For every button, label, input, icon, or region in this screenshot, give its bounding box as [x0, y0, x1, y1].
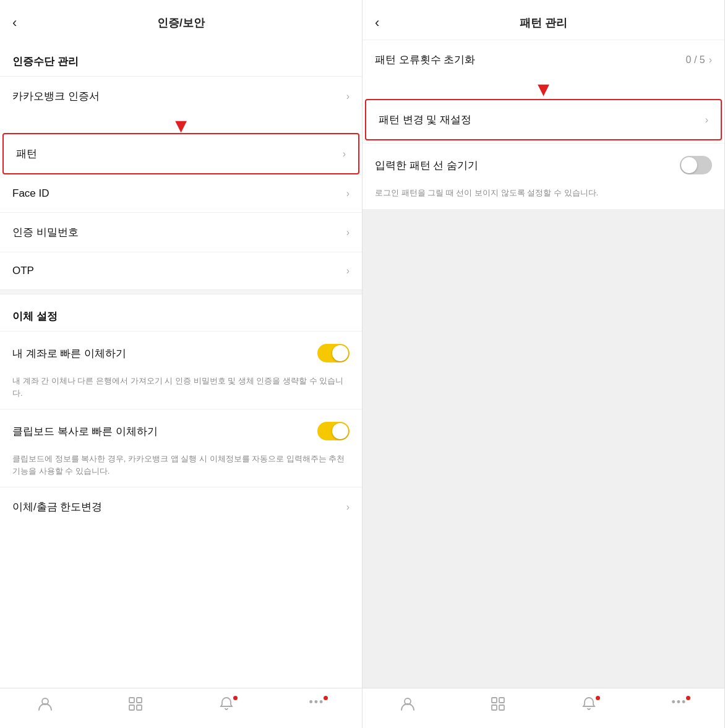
faceid-label: Face ID [12, 187, 49, 200]
reset-errors-value: 0 / 5 [686, 54, 705, 66]
svg-rect-2 [137, 698, 142, 703]
right-panel: ‹ 패턴 관리 패턴 오류횟수 초기화 0 / 5 › ▼ 패턴 변경 및 재설… [362, 0, 725, 728]
svg-rect-1 [129, 698, 134, 703]
right-nav-home[interactable] [453, 696, 543, 716]
auth-section-heading: 인증수단 관리 [0, 40, 362, 76]
reset-errors-chevron-icon: › [709, 54, 712, 66]
right-item-reset-errors[interactable]: 패턴 오류횟수 초기화 0 / 5 › [362, 40, 724, 79]
list-item-otp[interactable]: OTP › [0, 252, 362, 289]
list-item-faceid[interactable]: Face ID › [0, 174, 362, 212]
right-more-notification-dot [686, 696, 690, 700]
clipboard-transfer-row[interactable]: 클립보드 복사로 빠른 이체하기 [0, 409, 362, 453]
clipboard-transfer-description: 클립보드에 정보를 복사한 경우, 카카오뱅크 앱 실행 시 이체정보를 자동으… [0, 453, 362, 487]
fast-transfer-description: 내 계좌 간 이체나 다른 은행에서 가져오기 시 인증 비밀번호 및 생체 인… [0, 375, 362, 409]
left-title: 인증/보안 [157, 15, 205, 30]
pin-chevron-icon: › [346, 227, 350, 238]
nav-home[interactable] [90, 696, 181, 716]
gray-area [362, 209, 724, 688]
nav-bell[interactable] [181, 696, 272, 716]
reset-errors-label: 패턴 오류횟수 초기화 [375, 53, 475, 67]
hide-lines-toggle[interactable] [680, 156, 712, 174]
cert-label: 카카오뱅크 인증서 [12, 89, 100, 103]
cert-chevron-icon: › [346, 91, 350, 102]
change-pattern-chevron-icon: › [705, 114, 708, 126]
hide-lines-row[interactable]: 입력한 패턴 선 숨기기 [362, 143, 724, 187]
change-pattern-label: 패턴 변경 및 재설정 [379, 113, 471, 127]
bell-icon [218, 696, 234, 716]
svg-rect-8 [492, 705, 497, 710]
svg-rect-3 [129, 705, 134, 710]
right-title: 패턴 관리 [520, 15, 567, 30]
left-panel: ‹ 인증/보안 인증수단 관리 카카오뱅크 인증서 › ▼ 패턴 › Face … [0, 0, 362, 728]
right-arrow-icon: ▼ [534, 79, 554, 99]
hide-lines-description: 로그인 패턴을 그릴 때 선이 보이지 않도록 설정할 수 있습니다. [362, 187, 724, 209]
left-header: ‹ 인증/보안 [0, 0, 362, 40]
svg-rect-4 [137, 705, 142, 710]
svg-rect-9 [499, 705, 504, 710]
more-notification-dot [324, 696, 328, 700]
svg-rect-7 [499, 698, 504, 703]
hide-lines-thumb [681, 157, 697, 173]
section-divider [0, 289, 362, 294]
nav-profile[interactable] [0, 696, 90, 716]
list-item-pin[interactable]: 인증 비밀번호 › [0, 212, 362, 252]
right-item-change-pattern[interactable]: 패턴 변경 및 재설정 › [365, 99, 722, 140]
faceid-chevron-icon: › [346, 188, 350, 199]
right-bell-notification-dot [596, 696, 600, 700]
clipboard-transfer-label: 클립보드 복사로 빠른 이체하기 [12, 424, 158, 439]
right-bell-icon [581, 696, 597, 716]
right-header: ‹ 패턴 관리 [362, 0, 724, 40]
clipboard-transfer-thumb [332, 423, 348, 439]
left-arrow-icon: ▼ [171, 116, 191, 135]
right-back-button[interactable]: ‹ [375, 12, 384, 33]
list-item-pattern[interactable]: 패턴 › [2, 133, 359, 174]
reset-errors-right: 0 / 5 › [686, 54, 712, 66]
right-nav-more[interactable]: ••• [634, 696, 724, 716]
fast-transfer-row[interactable]: 내 계좌로 빠른 이체하기 [0, 331, 362, 375]
fast-transfer-label: 내 계좌로 빠른 이체하기 [12, 346, 126, 361]
fast-transfer-toggle[interactable] [317, 344, 350, 362]
home-icon [127, 696, 144, 716]
pattern-label: 패턴 [16, 147, 37, 161]
transfer-section-heading: 이체 설정 [0, 294, 362, 331]
limit-label: 이체/출금 한도변경 [12, 500, 102, 514]
clipboard-transfer-toggle[interactable] [317, 422, 350, 440]
left-back-button[interactable]: ‹ [12, 12, 22, 33]
list-item-cert[interactable]: 카카오뱅크 인증서 › [0, 76, 362, 116]
profile-icon [37, 696, 53, 716]
right-nav-profile[interactable] [362, 696, 453, 716]
right-home-icon [490, 696, 506, 716]
hide-lines-label: 입력한 패턴 선 숨기기 [375, 158, 478, 173]
right-nav-bell[interactable] [544, 696, 634, 716]
list-item-limit[interactable]: 이체/출금 한도변경 › [0, 487, 362, 526]
bell-notification-dot [233, 696, 238, 700]
fast-transfer-thumb [332, 345, 348, 361]
otp-label: OTP [12, 265, 34, 277]
right-profile-icon [400, 696, 416, 716]
right-bottom-nav: ••• [362, 688, 724, 728]
otp-chevron-icon: › [346, 265, 350, 276]
left-bottom-nav: ••• [0, 688, 362, 728]
right-more-icon: ••• [671, 696, 687, 709]
pattern-chevron-icon: › [343, 148, 346, 160]
pin-label: 인증 비밀번호 [12, 225, 79, 239]
more-icon: ••• [309, 696, 324, 709]
limit-chevron-icon: › [346, 502, 350, 513]
svg-rect-6 [492, 698, 497, 703]
nav-more[interactable]: ••• [272, 696, 362, 716]
